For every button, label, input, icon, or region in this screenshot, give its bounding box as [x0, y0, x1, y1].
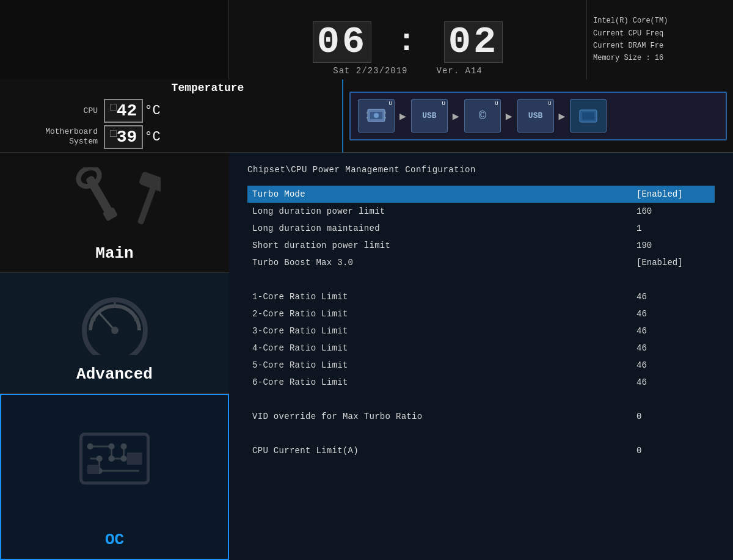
setting-value-15: 0	[636, 446, 710, 456]
setting-name-0: Turbo Mode	[252, 189, 636, 199]
wrench-hammer-icon	[69, 167, 161, 235]
svg-point-34	[120, 456, 126, 462]
settings-row-9[interactable]: 4-Core Ratio Limit46	[247, 340, 715, 357]
setting-name-15: CPU Current Limit(A)	[252, 446, 636, 456]
setting-value-4: [Enabled]	[636, 258, 710, 267]
circuit-icon	[68, 422, 160, 495]
oc-label: OC	[105, 531, 124, 549]
chip-icon-5	[578, 107, 598, 125]
cpu-temp-icon: □	[110, 101, 117, 114]
cpu-temp-label: CPU	[24, 106, 98, 115]
usb-chip-3[interactable]: U ©	[464, 99, 501, 133]
setting-name-7: 2-Core Ratio Limit	[252, 309, 636, 319]
mb-temp-icon: □	[110, 128, 117, 140]
settings-row-11[interactable]: 6-Core Ratio Limit46	[247, 374, 715, 391]
mb-temp-value: 39	[117, 128, 137, 147]
setting-value-1: 160	[636, 206, 710, 216]
cpu-temp-unit: °C	[144, 103, 160, 118]
settings-spacer-14	[247, 425, 715, 442]
settings-row-2[interactable]: Long duration maintained1	[247, 220, 715, 237]
arrow-1: ▶	[399, 109, 406, 123]
settings-row-15[interactable]: CPU Current Limit(A)0	[247, 442, 715, 459]
main-content: Chipset\CPU Power Management Configurati…	[229, 153, 733, 560]
setting-value-0: [Enabled]	[636, 189, 710, 199]
top-left-area	[0, 0, 229, 79]
sidebar-item-main[interactable]: Main	[0, 153, 229, 273]
settings-row-3[interactable]: Short duration power limit190	[247, 237, 715, 254]
svg-point-29	[108, 443, 114, 449]
settings-spacer-5	[247, 271, 715, 288]
info-line-2: Current CPU Freq	[593, 27, 727, 40]
usb-chip-4[interactable]: U USB	[517, 99, 554, 133]
advanced-label: Advanced	[76, 365, 153, 384]
setting-value-9: 46	[636, 343, 710, 353]
version-text: Ver. A14	[437, 66, 483, 76]
date-version: Sat 2/23/2019 Ver. A14	[333, 66, 482, 76]
setting-name-10: 5-Core Ratio Limit	[252, 360, 636, 370]
arrow-2: ▶	[453, 109, 459, 123]
info-line-3: Current DRAM Fre	[593, 40, 727, 52]
svg-rect-36	[87, 465, 99, 474]
settings-row-6[interactable]: 1-Core Ratio Limit46	[247, 288, 715, 305]
svg-point-19	[111, 327, 119, 334]
info-line-1: Intel(R) Core(TM)	[593, 15, 727, 27]
info-line-4: Memory Size : 16	[593, 52, 727, 64]
svg-point-2	[374, 113, 379, 118]
sidebar-nav: Main Advanced	[0, 153, 229, 560]
advanced-icon-area	[23, 279, 206, 363]
settings-row-4[interactable]: Turbo Boost Max 3.0[Enabled]	[247, 254, 715, 271]
settings-row-1[interactable]: Long duration power limit160	[247, 203, 715, 220]
setting-name-11: 6-Core Ratio Limit	[252, 377, 636, 387]
mb-temp-label: MotherboardSystem	[24, 127, 98, 146]
chip-icon-1	[366, 107, 386, 124]
temperature-title: Temperature	[73, 82, 342, 94]
sidebar-item-oc[interactable]: OC	[0, 394, 229, 560]
icon-bar: U ▶ U USB ▶ U © ▶ U USB ▶	[342, 79, 733, 153]
clock-display: 06 : 02	[312, 21, 503, 64]
cpu-temp-box: □42	[104, 99, 143, 123]
settings-list: Turbo Mode[Enabled]Long duration power l…	[247, 186, 715, 459]
mb-temp-box: □39	[104, 125, 143, 149]
date-text: Sat 2/23/2019	[333, 66, 407, 76]
settings-row-0[interactable]: Turbo Mode[Enabled]	[247, 186, 715, 203]
setting-name-9: 4-Core Ratio Limit	[252, 343, 636, 353]
setting-value-3: 190	[636, 241, 710, 250]
usb-text-4: USB	[528, 111, 542, 120]
setting-value-11: 46	[636, 377, 710, 387]
setting-value-13: 0	[636, 412, 710, 421]
usb-chip-5[interactable]	[570, 99, 607, 133]
top-bar: 06 : 02 Sat 2/23/2019 Ver. A14 Intel(R) …	[0, 0, 733, 79]
settings-row-10[interactable]: 5-Core Ratio Limit46	[247, 357, 715, 374]
setting-value-2: 1	[636, 224, 710, 233]
main-icon-area	[23, 159, 206, 242]
settings-row-7[interactable]: 2-Core Ratio Limit46	[247, 305, 715, 322]
temperature-section: Temperature CPU □42 °C MotherboardSystem…	[0, 79, 342, 153]
setting-name-8: 3-Core Ratio Limit	[252, 326, 636, 336]
mb-temp-row: MotherboardSystem □39 °C	[24, 125, 342, 149]
svg-point-33	[120, 443, 126, 449]
setting-name-6: 1-Core Ratio Limit	[252, 292, 636, 302]
svg-rect-8	[582, 112, 594, 120]
usb-chip-1[interactable]: U	[358, 99, 395, 133]
usb-chip-2[interactable]: U USB	[411, 99, 448, 133]
cpu-temp-value: 42	[117, 101, 137, 120]
settings-row-13[interactable]: VID override for Max Turbo Ratio0	[247, 408, 715, 425]
settings-row-8[interactable]: 3-Core Ratio Limit46	[247, 322, 715, 340]
setting-value-10: 46	[636, 360, 710, 370]
icon-bar-inner: U ▶ U USB ▶ U © ▶ U USB ▶	[349, 92, 727, 140]
setting-name-2: Long duration maintained	[252, 224, 636, 233]
setting-name-13: VID override for Max Turbo Ratio	[252, 412, 636, 421]
gauge-icon	[69, 288, 161, 355]
arrow-3: ▶	[506, 109, 512, 123]
setting-value-6: 46	[636, 292, 710, 302]
breadcrumb: Chipset\CPU Power Management Configurati…	[247, 165, 715, 175]
usb-text-2: USB	[422, 111, 436, 120]
sidebar-item-advanced[interactable]: Advanced	[0, 273, 229, 393]
setting-name-1: Long duration power limit	[252, 206, 636, 216]
top-center-area: 06 : 02 Sat 2/23/2019 Ver. A14	[229, 0, 586, 79]
arrow-4: ▶	[559, 109, 566, 123]
clock-hour: 06	[313, 21, 371, 63]
settings-spacer-12	[247, 391, 715, 408]
svg-point-31	[96, 456, 102, 462]
cpu-temp-row: CPU □42 °C	[24, 99, 342, 123]
